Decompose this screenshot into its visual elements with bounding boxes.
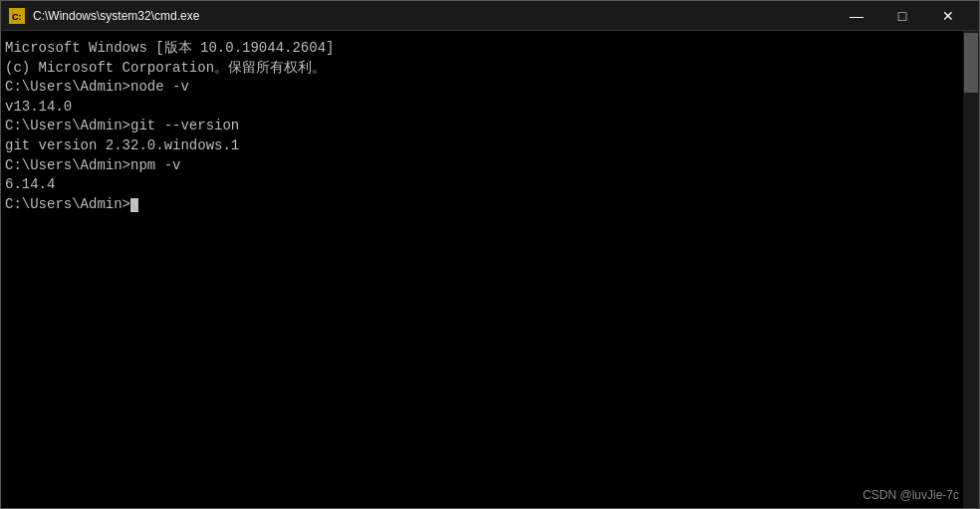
cmd-icon: C:	[9, 8, 25, 24]
console-line: C:\Users\Admin>npm -v	[5, 156, 975, 176]
console-line: C:\Users\Admin>node -v	[5, 78, 975, 98]
title-bar-title: C:\Windows\system32\cmd.exe	[33, 9, 199, 23]
console-line: (c) Microsoft Corporation。保留所有权利。	[5, 59, 975, 79]
console-body[interactable]: Microsoft Windows [版本 10.0.19044.2604](c…	[1, 31, 979, 508]
scrollbar-thumb[interactable]	[964, 33, 978, 93]
title-bar-controls: — □ ✕	[834, 1, 971, 31]
console-line: Microsoft Windows [版本 10.0.19044.2604]	[5, 39, 975, 59]
console-line: 6.14.4	[5, 175, 975, 195]
watermark: CSDN @luvJie-7c	[862, 487, 959, 504]
console-line: C:\Users\Admin>git --version	[5, 117, 975, 136]
console-output: Microsoft Windows [版本 10.0.19044.2604](c…	[5, 39, 975, 214]
console-line: C:\Users\Admin>	[5, 195, 975, 215]
cmd-window: C: C:\Windows\system32\cmd.exe — □ ✕ Mic…	[0, 0, 980, 509]
maximize-button[interactable]: □	[879, 1, 925, 31]
console-line: v13.14.0	[5, 98, 975, 118]
console-line: git version 2.32.0.windows.1	[5, 136, 975, 156]
cursor	[130, 198, 138, 212]
close-button[interactable]: ✕	[925, 1, 971, 31]
title-bar-left: C: C:\Windows\system32\cmd.exe	[9, 8, 199, 24]
svg-text:C:: C:	[12, 12, 22, 22]
title-bar: C: C:\Windows\system32\cmd.exe — □ ✕	[1, 1, 979, 31]
minimize-button[interactable]: —	[834, 1, 879, 31]
scrollbar[interactable]	[963, 31, 979, 508]
